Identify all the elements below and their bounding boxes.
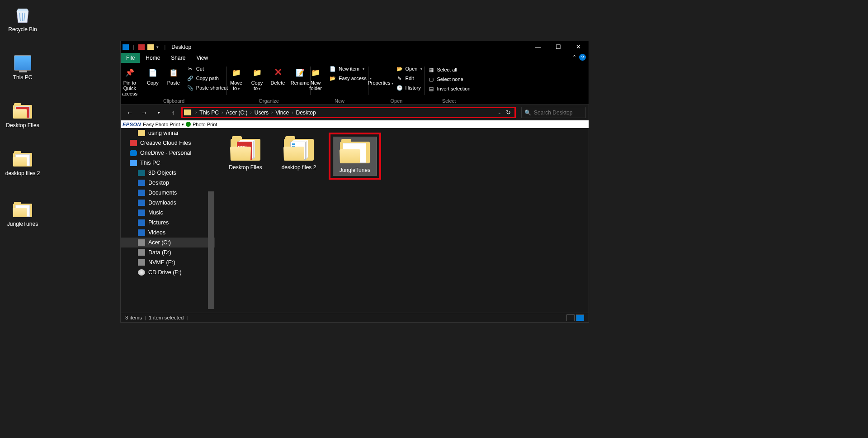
large-icons-view-toggle[interactable]	[576, 314, 584, 321]
photo-print-icon	[186, 122, 191, 127]
chevron-right-icon[interactable]: ›	[269, 110, 274, 115]
breadcrumb-item[interactable]: This PC	[198, 110, 220, 116]
sidebar-item[interactable]: Data (D:)	[121, 248, 215, 257]
breadcrumb-item[interactable]: Acer (C:)	[225, 110, 248, 116]
sidebar-item-label: Acer (C:)	[148, 239, 171, 246]
help-icon[interactable]: ?	[579, 54, 586, 61]
breadcrumb-item[interactable]: Desktop	[295, 110, 317, 116]
search-input[interactable]: 🔍 Search Desktop	[521, 107, 586, 118]
chevron-right-icon[interactable]: ›	[220, 110, 225, 115]
tab-file[interactable]: File	[121, 53, 140, 63]
folder-icon	[340, 139, 370, 164]
epson-photo-label[interactable]: Photo Print	[193, 122, 217, 127]
forward-button[interactable]: →	[138, 106, 151, 119]
pin-quick-access-button[interactable]: 📌Pin to Quick access	[118, 64, 142, 98]
new-folder-button[interactable]: 📁New folder	[306, 64, 326, 92]
scrollbar-thumb[interactable]	[208, 191, 214, 309]
sidebar-item[interactable]: Downloads	[121, 198, 215, 208]
sidebar-item[interactable]: NVME (E:)	[121, 257, 215, 267]
breadcrumb-item[interactable]: Users	[254, 110, 269, 116]
epson-easy-label[interactable]: Easy Photo Print	[143, 122, 180, 127]
copy-to-icon: 📁	[250, 66, 264, 79]
desktop-icon-folder[interactable]: Desktop FIles	[5, 101, 41, 129]
sidebar-item[interactable]: Desktop	[121, 178, 215, 188]
copy-icon: 📄	[146, 66, 160, 79]
sidebar-item[interactable]: This PC	[121, 158, 215, 168]
edit-button[interactable]: ✎Edit	[394, 74, 425, 83]
tab-view[interactable]: View	[191, 53, 213, 63]
address-bar[interactable]: › This PC › Acer (C:) › Users › Vince › …	[184, 108, 494, 117]
file-view[interactable]: PDFDesktop FIlesdesktop files 2JungleTun…	[215, 128, 589, 313]
sidebar-item[interactable]: using winrar	[121, 128, 215, 138]
sidebar-item[interactable]: Music	[121, 208, 215, 218]
copy-path-button[interactable]: 🔗Copy path	[185, 74, 230, 83]
history-button[interactable]: 🕑History	[394, 83, 425, 92]
breadcrumb-item[interactable]: Vince	[274, 110, 290, 116]
cut-button[interactable]: ✂Cut	[185, 64, 230, 73]
sidebar-item-icon	[138, 130, 145, 136]
select-all-button[interactable]: ▦Select all	[426, 65, 472, 74]
desktop-icon-folder[interactable]: desktop files 2	[5, 149, 41, 176]
maximize-button[interactable]: ☐	[548, 41, 568, 52]
desktop-icon-this-pc[interactable]: This PC	[5, 53, 41, 81]
paste-shortcut-button[interactable]: 📎Paste shortcut	[185, 83, 230, 92]
folder-item[interactable]: PDFDesktop FIles	[224, 134, 267, 172]
open-button[interactable]: 📂Open▾	[394, 64, 425, 73]
folder-item[interactable]: JungleTunes	[333, 137, 377, 175]
sidebar-item[interactable]: CD Drive (F:)	[121, 267, 215, 277]
navbar: ← → ▾ ↑ › This PC › Acer (C:) › Users › …	[121, 105, 589, 120]
search-icon: 🔍	[524, 110, 531, 116]
sidebar-item[interactable]: Documents	[121, 188, 215, 198]
qat-folder-icon[interactable]	[147, 44, 154, 50]
qat-icon[interactable]	[138, 44, 145, 50]
sidebar-item[interactable]: 3D Objects	[121, 168, 215, 178]
sidebar-item-icon	[138, 249, 145, 256]
navigation-sidebar[interactable]: using winrarCreative Cloud FilesOneDrive…	[121, 128, 215, 313]
sidebar-item[interactable]: OneDrive - Personal	[121, 148, 215, 158]
address-dropdown-icon[interactable]: ⌄	[498, 110, 501, 115]
recycle-bin-icon	[13, 5, 32, 24]
paste-button[interactable]: 📋Paste	[164, 64, 183, 98]
copy-button[interactable]: 📄Copy	[143, 64, 162, 98]
close-button[interactable]: ✕	[568, 41, 589, 52]
dropdown-icon[interactable]: ▾	[182, 122, 184, 127]
easy-access-button[interactable]: 📂Easy access▾	[327, 74, 373, 83]
recent-dropdown[interactable]: ▾	[152, 106, 165, 119]
minimize-button[interactable]: ―	[528, 41, 548, 52]
details-view-toggle[interactable]	[566, 314, 575, 321]
delete-button[interactable]: ✕Delete	[269, 64, 288, 93]
chevron-right-icon[interactable]: ›	[193, 110, 198, 115]
folder-icon	[13, 200, 32, 219]
tab-share[interactable]: Share	[165, 53, 191, 63]
status-bar: 3 items | 1 item selected |	[121, 313, 589, 322]
select-none-button[interactable]: ▢Select none	[426, 75, 472, 84]
epson-toolbar[interactable]: EPSON Easy Photo Print ▾ Photo Print	[121, 120, 589, 128]
refresh-icon[interactable]: ↻	[506, 109, 511, 116]
highlighted-item: JungleTunes	[330, 134, 379, 178]
sidebar-item-icon	[130, 160, 137, 166]
pc-icon	[13, 53, 32, 72]
up-button[interactable]: ↑	[167, 106, 179, 119]
chevron-right-icon[interactable]: ›	[290, 110, 295, 115]
desktop-icon-folder[interactable]: JungleTunes	[5, 200, 41, 227]
invert-selection-button[interactable]: ▤Invert selection	[426, 84, 472, 93]
titlebar[interactable]: | ▾ | Desktop ― ☐ ✕	[121, 41, 589, 52]
properties-button[interactable]: ✔Properties▾	[369, 64, 392, 92]
sidebar-item[interactable]: Videos	[121, 228, 215, 238]
sidebar-item[interactable]: Acer (C:)	[121, 238, 215, 248]
move-to-button[interactable]: 📁Move to▾	[227, 64, 246, 93]
desktop-icon-recycle-bin[interactable]: Recycle Bin	[5, 5, 41, 33]
new-item-button[interactable]: 📄New item▾	[327, 64, 373, 73]
collapse-ribbon-icon[interactable]: ⌃	[572, 54, 576, 60]
sidebar-item-icon	[138, 170, 145, 176]
back-button[interactable]: ←	[123, 106, 136, 119]
sidebar-item[interactable]: Creative Cloud Files	[121, 138, 215, 148]
qat-dropdown-icon[interactable]: ▾	[156, 45, 159, 49]
chevron-right-icon[interactable]: ›	[248, 110, 253, 115]
copy-to-button[interactable]: 📁Copy to▾	[248, 64, 267, 93]
tab-home[interactable]: Home	[140, 53, 165, 63]
sidebar-item[interactable]: Pictures	[121, 218, 215, 228]
ribbon: 📌Pin to Quick access 📄Copy 📋Paste ✂Cut 🔗…	[121, 63, 589, 105]
folder-item[interactable]: desktop files 2	[277, 134, 321, 172]
sidebar-item-icon	[138, 209, 145, 216]
